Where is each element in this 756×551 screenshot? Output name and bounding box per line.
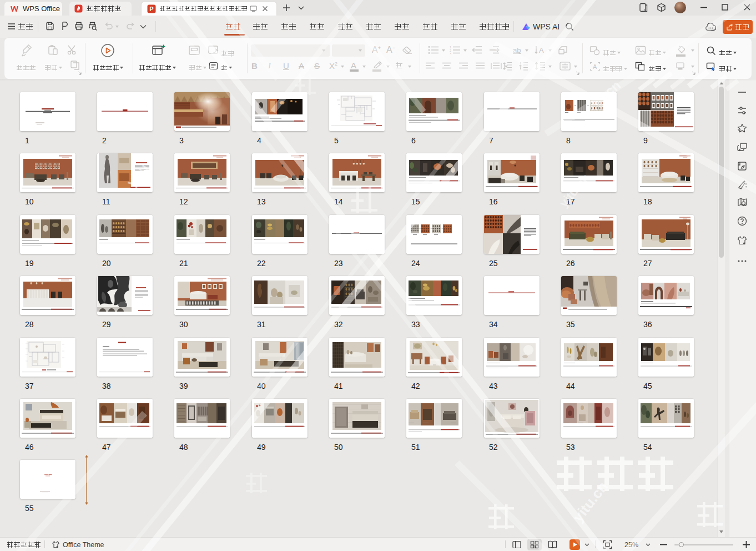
- svg-text:3: 3: [450, 52, 451, 55]
- svg-text:A: A: [593, 63, 597, 70]
- svg-text:P: P: [149, 6, 153, 12]
- svg-text:A: A: [539, 46, 544, 54]
